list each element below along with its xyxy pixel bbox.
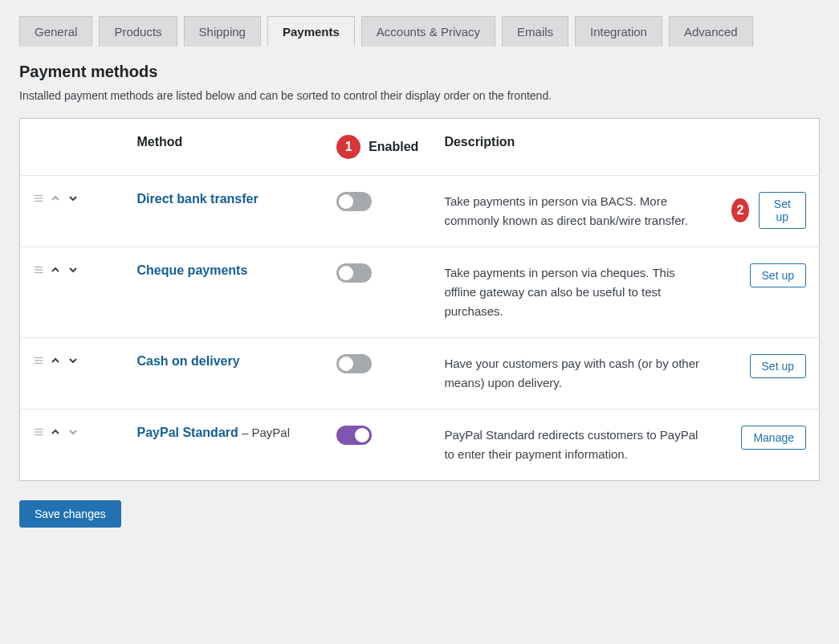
tab-advanced[interactable]: Advanced [669, 16, 753, 47]
svg-rect-7 [35, 360, 43, 361]
tab-integration[interactable]: Integration [575, 16, 662, 47]
tab-general[interactable]: General [19, 16, 92, 47]
col-header-description: Description [431, 119, 719, 176]
svg-rect-5 [35, 272, 43, 273]
svg-rect-0 [35, 195, 43, 196]
enabled-toggle[interactable] [336, 192, 372, 211]
svg-rect-6 [35, 357, 43, 358]
col-header-enabled-label: Enabled [369, 140, 418, 154]
tab-accounts-privacy[interactable]: Accounts & Privacy [361, 16, 495, 47]
annotation-badge-1: 1 [336, 135, 360, 159]
move-up-icon[interactable] [49, 354, 62, 367]
svg-rect-1 [35, 198, 43, 198]
svg-rect-11 [35, 434, 43, 435]
annotation-badge-2: 2 [731, 198, 749, 222]
move-down-icon[interactable] [67, 263, 79, 276]
set-up-button[interactable]: Set up [750, 354, 806, 378]
enabled-toggle[interactable] [336, 263, 372, 283]
svg-rect-9 [35, 429, 43, 430]
method-description: Take payments in person via cheques. Thi… [431, 247, 719, 338]
enabled-toggle[interactable] [336, 354, 372, 373]
method-name-cell: PayPal Standard – PayPal [124, 410, 324, 481]
method-name-cell: Direct bank transfer [124, 176, 324, 247]
tab-emails[interactable]: Emails [502, 16, 568, 47]
move-up-icon[interactable] [49, 426, 62, 438]
payment-methods-table: Method 1 Enabled Description Direct bank… [19, 118, 820, 481]
svg-rect-4 [35, 269, 43, 270]
method-name-cell: Cash on delivery [124, 338, 324, 410]
method-link[interactable]: PayPal Standard [137, 426, 238, 439]
method-link[interactable]: Cheque payments [137, 263, 248, 277]
method-description: Take payments in person via BACS. More c… [431, 176, 719, 247]
move-down-icon [67, 426, 79, 438]
move-up-icon [49, 192, 62, 205]
method-name-cell: Cheque payments [124, 247, 324, 338]
tab-shipping[interactable]: Shipping [184, 16, 261, 47]
enabled-toggle[interactable] [336, 426, 372, 445]
manage-button[interactable]: Manage [741, 426, 806, 450]
col-header-method: Method [124, 119, 324, 176]
method-link[interactable]: Direct bank transfer [137, 192, 259, 206]
set-up-button[interactable]: Set up [759, 192, 806, 229]
move-up-icon[interactable] [49, 263, 62, 276]
section-description: Installed payment methods are listed bel… [19, 89, 820, 102]
col-header-sort [20, 119, 124, 176]
col-header-enabled: 1 Enabled [324, 119, 431, 176]
drag-handle-icon[interactable] [33, 193, 44, 204]
move-down-icon[interactable] [67, 192, 79, 205]
method-description: Have your customers pay with cash (or by… [431, 338, 719, 410]
method-description: PayPal Standard redirects customers to P… [431, 410, 719, 481]
svg-rect-10 [35, 431, 43, 432]
method-suffix: – PayPal [238, 426, 290, 439]
tab-payments[interactable]: Payments [267, 16, 355, 47]
section-title: Payment methods [19, 63, 820, 81]
svg-rect-8 [35, 363, 43, 364]
drag-handle-icon[interactable] [33, 355, 44, 366]
col-header-action [719, 119, 820, 176]
content-wrap: Payment methods Installed payment method… [0, 63, 839, 547]
svg-rect-3 [35, 267, 43, 267]
settings-tabs: GeneralProductsShippingPaymentsAccounts … [0, 0, 839, 47]
drag-handle-icon[interactable] [33, 264, 44, 275]
svg-rect-2 [35, 201, 43, 202]
tab-products[interactable]: Products [99, 16, 177, 47]
save-changes-button[interactable]: Save changes [19, 500, 121, 528]
table-row: Cash on deliveryHave your customers pay … [20, 338, 820, 410]
method-link[interactable]: Cash on delivery [137, 354, 240, 368]
table-row: Cheque paymentsTake payments in person v… [20, 247, 820, 338]
set-up-button[interactable]: Set up [750, 263, 806, 287]
move-down-icon[interactable] [67, 354, 79, 367]
table-row: Direct bank transferTake payments in per… [20, 176, 820, 247]
drag-handle-icon[interactable] [33, 426, 44, 438]
table-row: PayPal Standard – PayPalPayPal Standard … [20, 410, 820, 481]
